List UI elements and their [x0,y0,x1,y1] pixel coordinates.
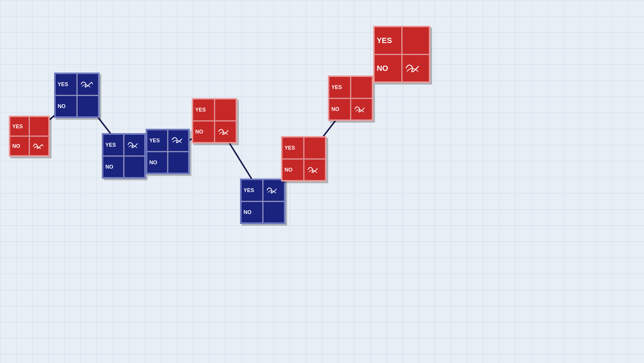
card-red-topright[interactable]: YES NO [373,26,430,83]
card-cell-no: NO [147,152,168,174]
card-cell-yes: YES [193,99,215,121]
card-cell-scribble [263,179,285,201]
card-cell-scribble [304,159,326,181]
card-red-right[interactable]: YES NO [328,76,373,121]
card-cell-empty [168,152,189,174]
card-cell-empty1 [304,137,326,159]
card-red-mid[interactable]: YES NO [192,98,237,143]
card-cell-empty1 [402,27,430,54]
card-blue-mid1[interactable]: YES NO [102,133,146,179]
card-cell-empty1 [351,76,373,98]
card-cell-scribble [351,98,373,120]
card-cell-yes: YES [10,117,29,136]
card-cell-yes: YES [103,134,124,156]
card-cell-no: NO [282,159,304,181]
card-cell-yes: YES [374,27,402,54]
card-cell-no: NO [374,54,402,82]
card-blue-mid2[interactable]: YES NO [146,129,190,174]
card-cell-scribble [402,54,430,82]
card-blue-bottom[interactable]: YES NO [240,179,285,224]
card-cell-empty [77,95,99,117]
card-cell-no: NO [193,121,215,143]
grid-background [0,0,644,363]
card-cell-yes: YES [55,73,77,95]
card-cell-empty [263,201,285,223]
card-cell-scribble [168,130,189,152]
card-cell-yes: YES [329,76,351,98]
card-cell-no: NO [241,201,263,223]
card-cell-no: NO [103,156,124,178]
card-cell-no: NO [329,98,351,120]
card-cell-scribble [215,121,237,143]
card-cell-yes: YES [282,137,304,159]
card-cell-no: NO [55,95,77,117]
card-cell-no: NO [10,136,29,156]
card-blue-topleft[interactable]: YES NO [54,73,100,118]
card-cell-yes: YES [241,179,263,201]
card-red-left[interactable]: YES NO [9,116,50,157]
card-cell-scribble [29,136,49,156]
card-red-midright[interactable]: YES NO [281,136,326,182]
card-cell-empty [124,156,145,178]
card-cell-empty1 [215,99,237,121]
card-cell-scribble [124,134,145,156]
card-cell-yes: YES [147,130,168,152]
card-cell-empty1 [29,117,49,136]
card-cell-scribble [77,73,99,95]
